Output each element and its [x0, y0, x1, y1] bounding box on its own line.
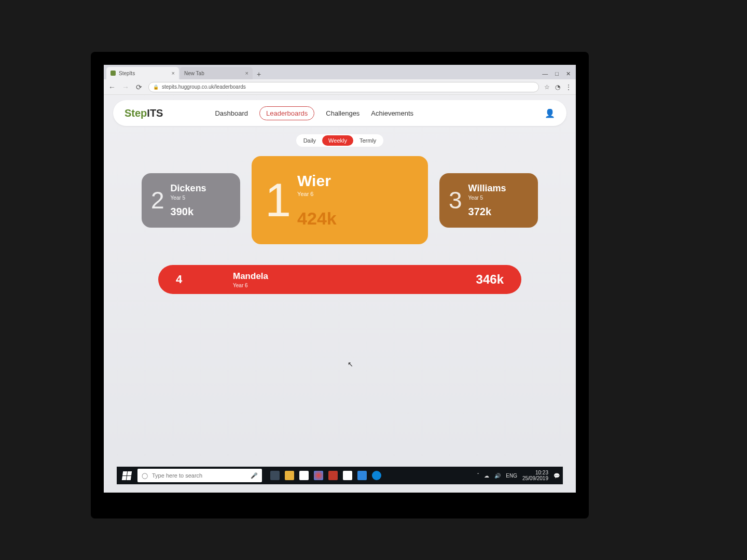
address-bar: ← → ⟳ 🔒 stepits.huggroup.co.uk/leaderboa…	[104, 79, 576, 95]
top-nav: StepITS Dashboard Leaderboards Challenge…	[113, 100, 566, 126]
rank-number: 2	[151, 186, 164, 214]
forward-button[interactable]: →	[121, 83, 130, 91]
clock-date: 25/09/2019	[522, 475, 548, 481]
url-input[interactable]: 🔒 stepits.huggroup.co.uk/leaderboards	[148, 82, 539, 92]
nav-leaderboards[interactable]: Leaderboards	[259, 106, 314, 120]
new-tab-button[interactable]: +	[254, 70, 264, 79]
taskview-icon[interactable]	[270, 471, 280, 480]
app2-icon[interactable]	[357, 471, 367, 480]
search-placeholder: Type here to search	[152, 472, 202, 479]
browser-tab[interactable]: New Tab ×	[180, 67, 253, 79]
team-name: Wier	[297, 172, 337, 190]
podium-card-3[interactable]: 3 Williams Year 5 372k	[439, 173, 538, 228]
windows-icon	[121, 471, 131, 480]
search-icon: ◯	[142, 472, 148, 479]
browser-tab-active[interactable]: StepIts ×	[106, 67, 179, 79]
period-daily[interactable]: Daily	[297, 135, 322, 146]
row-rank: 4	[176, 273, 207, 286]
team-year: Year 5	[171, 195, 206, 201]
star-icon[interactable]: ☆	[544, 83, 550, 91]
window-controls: — □ ✕	[542, 71, 576, 79]
logo-part1: Step	[125, 107, 147, 119]
app-icon[interactable]	[328, 471, 338, 480]
notifications-icon[interactable]: 💬	[554, 473, 560, 479]
close-tab-icon[interactable]: ×	[172, 70, 175, 76]
nav-challenges[interactable]: Challenges	[326, 109, 359, 117]
podium-card-2[interactable]: 2 Dickens Year 5 390k	[142, 173, 240, 228]
nav-dashboard[interactable]: Dashboard	[215, 109, 248, 117]
screen: StepIts × New Tab × + — □ ✕ ← → ⟳ 🔒 step…	[104, 65, 576, 493]
system-tray: ˆ ☁ 🔊 ENG 10:23 25/09/2019 💬	[477, 470, 560, 481]
taskbar: ◯ Type here to search 🎤 ˆ ☁	[117, 467, 563, 484]
start-button[interactable]	[120, 469, 133, 482]
clock-time: 10:23	[522, 470, 548, 475]
cursor-icon: ↖	[348, 360, 353, 368]
tab-title: New Tab	[184, 71, 204, 76]
logo[interactable]: StepITS	[125, 107, 163, 119]
rank-number: 3	[449, 186, 462, 214]
leaderboard-rows: 4 Mandela Year 6 346k	[113, 265, 566, 294]
page-content: StepITS Dashboard Leaderboards Challenge…	[104, 95, 576, 493]
minimize-button[interactable]: —	[542, 71, 548, 77]
tray-chevron-icon[interactable]: ˆ	[477, 473, 479, 479]
browser-tab-strip: StepIts × New Tab × + — □ ✕	[104, 65, 576, 79]
nav-achievements[interactable]: Achievements	[371, 109, 413, 117]
taskbar-search[interactable]: ◯ Type here to search 🎤	[137, 469, 262, 482]
nav-items: Dashboard Leaderboards Challenges Achiev…	[215, 106, 413, 120]
tray-volume-icon[interactable]: 🔊	[494, 473, 501, 479]
leaderboard-row[interactable]: 4 Mandela Year 6 346k	[158, 265, 521, 294]
close-tab-icon[interactable]: ×	[245, 70, 248, 76]
team-year: Year 5	[468, 195, 506, 201]
team-year: Year 6	[297, 191, 337, 197]
row-name: Mandela	[233, 271, 268, 282]
team-score: 424k	[297, 208, 337, 229]
logo-part2: ITS	[147, 107, 163, 119]
profile-chrome-icon[interactable]: ◔	[555, 83, 560, 91]
row-year: Year 6	[233, 283, 268, 288]
rank-number: 1	[265, 177, 291, 223]
taskbar-wrap: ◯ Type here to search 🎤 ˆ ☁	[117, 467, 563, 484]
chrome-icon[interactable]	[314, 471, 323, 480]
period-tabs: Daily Weekly Termly	[113, 134, 566, 147]
taskbar-pinned	[270, 471, 381, 480]
row-score: 346k	[476, 272, 504, 287]
mic-icon[interactable]: 🎤	[251, 472, 258, 479]
maximize-button[interactable]: □	[555, 71, 559, 77]
podium: 2 Dickens Year 5 390k 1 Wier Year 6 424k	[113, 156, 566, 244]
mail-icon[interactable]	[343, 471, 352, 480]
favicon-icon	[110, 71, 116, 76]
url-text: stepits.huggroup.co.uk/leaderboards	[162, 84, 246, 90]
tray-cloud-icon[interactable]: ☁	[484, 473, 489, 479]
lock-icon: 🔒	[153, 85, 159, 90]
team-name: Williams	[468, 183, 506, 194]
team-score: 390k	[171, 206, 206, 218]
back-button[interactable]: ←	[108, 83, 116, 91]
podium-card-1[interactable]: 1 Wier Year 6 424k	[252, 156, 428, 244]
close-window-button[interactable]: ✕	[566, 71, 571, 77]
edge-icon[interactable]	[372, 471, 381, 480]
monitor-frame: StepIts × New Tab × + — □ ✕ ← → ⟳ 🔒 step…	[91, 52, 589, 519]
period-weekly[interactable]: Weekly	[322, 135, 353, 146]
taskbar-clock[interactable]: 10:23 25/09/2019	[522, 470, 548, 481]
explorer-icon[interactable]	[285, 471, 294, 480]
reload-button[interactable]: ⟳	[135, 83, 143, 91]
store-icon[interactable]	[299, 471, 309, 480]
tray-lang[interactable]: ENG	[506, 473, 517, 479]
profile-icon[interactable]: 👤	[545, 108, 555, 118]
team-score: 372k	[468, 206, 506, 218]
tab-title: StepIts	[119, 71, 135, 76]
menu-icon[interactable]: ⋮	[565, 83, 572, 91]
team-name: Dickens	[171, 183, 206, 194]
period-termly[interactable]: Termly	[353, 135, 382, 146]
